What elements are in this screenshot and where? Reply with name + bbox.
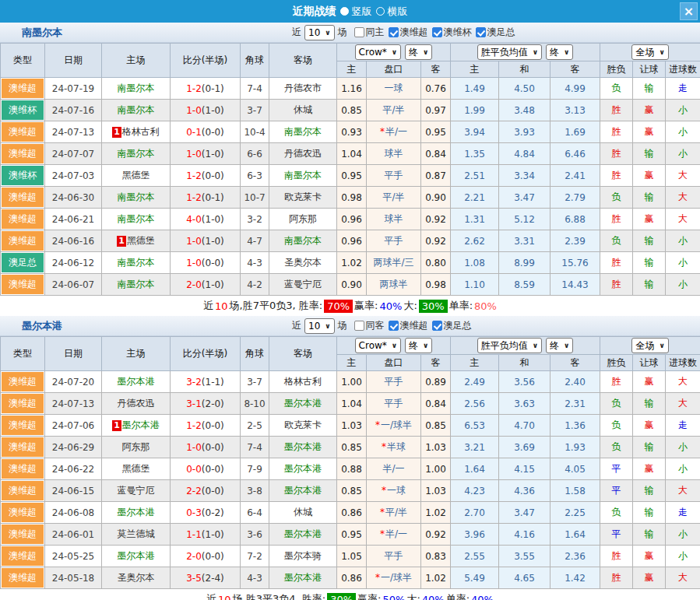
home-team-name: 蓝曼宁厄: [118, 485, 155, 496]
summary-segment: 10: [218, 594, 231, 600]
avg-final-select[interactable]: 终 ∨: [546, 44, 573, 60]
checkbox-unchecked-icon[interactable]: [354, 321, 364, 331]
filter-checkbox-澳足总[interactable]: 澳足总: [476, 26, 515, 39]
league-type-cell: 澳维超: [1, 458, 45, 480]
goals-result-cell: 小: [666, 252, 700, 274]
avg-away-cell: 1.64: [551, 524, 600, 546]
avg-draw-cell: 3.48: [499, 100, 551, 121]
away-team-cell: 墨尔本港: [269, 393, 337, 415]
filter-checkbox-同客[interactable]: 同客: [354, 319, 385, 332]
handicap-home-odds-cell: 0.90: [337, 274, 367, 296]
league-type-cell: 澳维超: [1, 78, 45, 100]
away-team-name: 阿东那: [289, 213, 317, 224]
checkbox-checked-icon[interactable]: [432, 27, 442, 37]
home-team-cell: 1格林古利: [102, 121, 171, 143]
handicap-home-odds-cell: 1.04: [337, 143, 367, 165]
radio-selected-icon[interactable]: [340, 7, 349, 16]
handicap-value: 一球: [387, 485, 406, 496]
home-team-cell: 圣奥尔本: [102, 567, 171, 589]
goals-result-cell: 小: [666, 121, 700, 143]
goals-result-cell: 小: [666, 546, 700, 567]
handicap-away-odds-cell: 0.98: [421, 274, 451, 296]
checkbox-checked-icon[interactable]: [432, 321, 442, 331]
league-type-badge: 澳维超: [2, 231, 44, 251]
score-cell: 1-0(1-0): [171, 100, 241, 121]
col-away: 客场: [269, 44, 337, 78]
league-type-cell: 澳维超: [1, 393, 45, 415]
layout-option-vertical[interactable]: 竖版: [340, 5, 372, 19]
result-cell: 胜: [600, 371, 633, 393]
odds-final-select[interactable]: 终 ∨: [405, 338, 432, 353]
dialog-titlebar: 近期战绩 竖版 横版 ×: [0, 0, 700, 23]
home-team-cell: 南墨尔本: [102, 100, 171, 121]
handicap-result-cell: 输: [633, 502, 666, 524]
recent-count-select[interactable]: 10 ∨: [304, 318, 335, 334]
radio-unselected-icon[interactable]: [376, 7, 385, 16]
bookmaker-select[interactable]: Crow* ∨: [355, 44, 402, 60]
away-team-name: 休城: [294, 507, 312, 518]
league-type-cell: 澳维杯: [1, 100, 45, 121]
avg-select[interactable]: 胜平负均值 ∨: [477, 44, 542, 60]
adjusted-handicap-star: *: [382, 485, 386, 496]
handicap-result-cell: 赢: [633, 415, 666, 437]
league-type-badge: 澳维杯: [2, 166, 44, 185]
result-cell: 平: [600, 524, 633, 546]
odds-final-select[interactable]: 终 ∨: [405, 44, 432, 60]
away-team-name: 墨尔本港: [284, 485, 322, 496]
goals-result-cell: 大: [666, 209, 700, 230]
halftime-score: (0-0): [202, 464, 224, 475]
layout-option-horizontal[interactable]: 横版: [376, 5, 408, 19]
recent-count-select[interactable]: 10 ∨: [304, 25, 335, 40]
summary-segment: 场,胜3平3负4, 胜率:: [233, 592, 326, 600]
avg-select[interactable]: 胜平负均值 ∨: [477, 338, 542, 353]
radio-vertical-label[interactable]: 竖版: [352, 5, 372, 19]
halftime-score: (0-0): [202, 486, 224, 496]
match-row: 澳维超24-07-20墨尔本港3-2(1-1)3-7格林古利1.00平手0.89…: [1, 371, 700, 393]
goals-result-cell: 小: [666, 458, 700, 480]
scope-select[interactable]: 全场 ∨: [631, 44, 668, 60]
filter-checkbox-澳足总[interactable]: 澳足总: [432, 319, 472, 332]
filter-bar: 近 10 ∨ 场 同主澳维超澳维杯澳足总: [292, 25, 515, 40]
home-team-name: 墨尔本港: [118, 550, 155, 561]
col-date: 日期: [45, 44, 102, 78]
scope-select[interactable]: 全场 ∨: [631, 338, 668, 353]
home-team-name: 丹德农迅: [118, 398, 155, 409]
avg-draw-cell: 4.84: [499, 143, 551, 165]
result-cell: 平: [600, 480, 633, 502]
checkbox-checked-icon[interactable]: [476, 27, 486, 37]
handicap-value: 半/一: [385, 528, 407, 539]
avg-final-select[interactable]: 终 ∨: [546, 338, 573, 353]
result-cell: 胜: [600, 100, 633, 121]
handicap-home-odds-cell: 0.86: [337, 567, 367, 589]
handicap-value: 平/半: [385, 507, 407, 518]
avg-home-cell: 1.49: [451, 78, 499, 100]
avg-draw-cell: 3.31: [499, 230, 551, 252]
league-type-badge: 澳维超: [2, 503, 44, 522]
handicap-cell: 半/一: [367, 458, 421, 480]
date-cell: 24-06-16: [45, 230, 102, 252]
league-type-cell: 澳维超: [1, 371, 45, 393]
league-type-cell: 澳维超: [1, 546, 45, 567]
home-team-cell: 黑德堡: [102, 165, 171, 187]
close-button[interactable]: ×: [680, 2, 698, 20]
radio-horizontal-label[interactable]: 横版: [388, 5, 408, 19]
checkbox-checked-icon[interactable]: [389, 321, 399, 331]
filter-checkbox-澳维超[interactable]: 澳维超: [389, 26, 428, 39]
handicap-away-odds-cell: 0.76: [421, 78, 451, 100]
fulltime-score: 3-1: [186, 398, 202, 409]
goals-result-cell: 走: [666, 415, 700, 437]
checkbox-checked-icon[interactable]: [389, 27, 399, 37]
away-team-cell: 南墨尔本: [269, 121, 337, 143]
handicap-cell: *半/一: [367, 121, 421, 143]
handicap-home-odds-cell: 1.04: [337, 393, 367, 415]
filter-checkbox-澳维超[interactable]: 澳维超: [389, 319, 428, 332]
summary-segment: 80%: [474, 300, 497, 312]
col-avg-home: 主: [451, 61, 499, 78]
filter-checkbox-澳维杯[interactable]: 澳维杯: [432, 26, 472, 39]
checkbox-unchecked-icon[interactable]: [354, 27, 364, 37]
home-team-cell: 阿东那: [102, 437, 171, 458]
date-cell: 24-06-07: [45, 274, 102, 296]
handicap-cell: 一球: [367, 78, 421, 100]
bookmaker-select[interactable]: Crow* ∨: [355, 338, 402, 353]
filter-checkbox-同主[interactable]: 同主: [354, 26, 385, 39]
